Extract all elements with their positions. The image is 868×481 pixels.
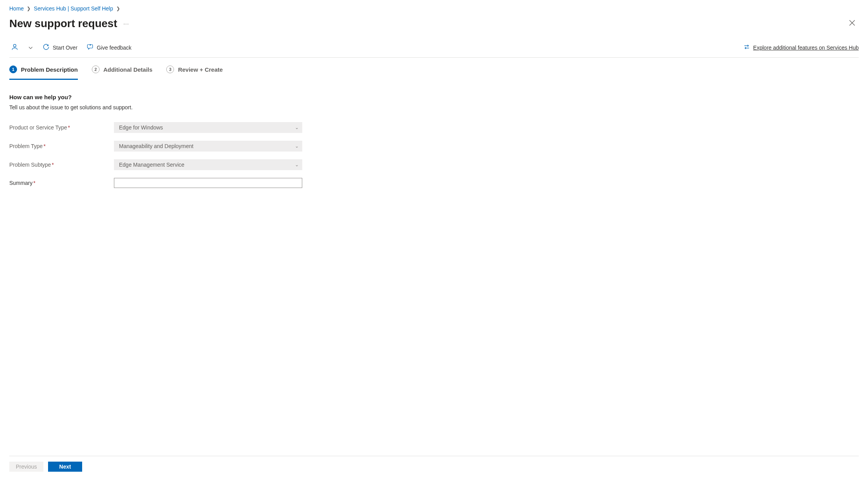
explore-services-hub-label: Explore additional features on Services … <box>753 45 859 51</box>
breadcrumb-home[interactable]: Home <box>9 5 24 12</box>
step-badge-1: 1 <box>9 66 17 73</box>
step-label-1: Problem Description <box>21 66 78 73</box>
product-type-select[interactable]: Edge for Windows ⌄ <box>114 122 302 133</box>
problem-subtype-label: Problem Subtype* <box>9 162 114 168</box>
summary-input[interactable] <box>114 178 302 188</box>
wizard-steps: 1 Problem Description 2 Additional Detai… <box>9 58 859 80</box>
problem-subtype-select[interactable]: Edge Management Service ⌄ <box>114 159 302 170</box>
account-button[interactable] <box>9 41 20 53</box>
previous-button[interactable]: Previous <box>9 462 43 472</box>
product-type-value: Edge for Windows <box>119 124 163 131</box>
product-type-label: Product or Service Type* <box>9 124 114 131</box>
chevron-down-icon: ⌄ <box>295 162 299 167</box>
step-additional-details[interactable]: 2 Additional Details <box>92 66 153 80</box>
more-actions-button[interactable]: ··· <box>123 21 129 27</box>
breadcrumb-services-hub[interactable]: Services Hub | Support Self Help <box>34 5 113 12</box>
chevron-right-icon: ❯ <box>116 6 120 11</box>
feedback-icon <box>87 43 94 50</box>
start-over-button[interactable]: Start Over <box>41 42 79 53</box>
give-feedback-label: Give feedback <box>97 45 132 51</box>
restart-icon <box>43 43 50 50</box>
problem-type-value: Manageability and Deployment <box>119 143 193 149</box>
form-heading: How can we help you? <box>9 94 859 100</box>
page-title: New support request <box>9 17 117 30</box>
svg-point-2 <box>14 44 16 47</box>
step-badge-3: 3 <box>166 66 174 73</box>
step-label-3: Review + Create <box>178 66 222 73</box>
problem-type-label: Problem Type* <box>9 143 114 149</box>
problem-subtype-value: Edge Management Service <box>119 162 184 168</box>
chevron-down-icon: ⌄ <box>295 143 299 149</box>
step-label-2: Additional Details <box>103 66 153 73</box>
breadcrumb: Home ❯ Services Hub | Support Self Help … <box>9 4 859 15</box>
form-subtitle: Tell us about the issue to get solutions… <box>9 104 859 110</box>
account-dropdown-button[interactable] <box>26 43 35 52</box>
person-icon <box>11 43 19 51</box>
close-icon <box>849 19 856 26</box>
step-badge-2: 2 <box>92 66 100 73</box>
swap-icon <box>743 43 750 50</box>
chevron-down-icon: ⌄ <box>295 125 299 130</box>
close-button[interactable] <box>846 16 859 31</box>
next-button[interactable]: Next <box>48 462 82 472</box>
step-problem-description[interactable]: 1 Problem Description <box>9 66 78 80</box>
chevron-right-icon: ❯ <box>27 6 31 11</box>
chevron-down-icon <box>28 45 33 50</box>
give-feedback-button[interactable]: Give feedback <box>85 42 133 53</box>
problem-type-select[interactable]: Manageability and Deployment ⌄ <box>114 141 302 152</box>
step-review-create[interactable]: 3 Review + Create <box>166 66 222 80</box>
explore-services-hub-link[interactable]: Explore additional features on Services … <box>743 43 859 52</box>
summary-label: Summary* <box>9 180 114 186</box>
start-over-label: Start Over <box>53 45 78 51</box>
